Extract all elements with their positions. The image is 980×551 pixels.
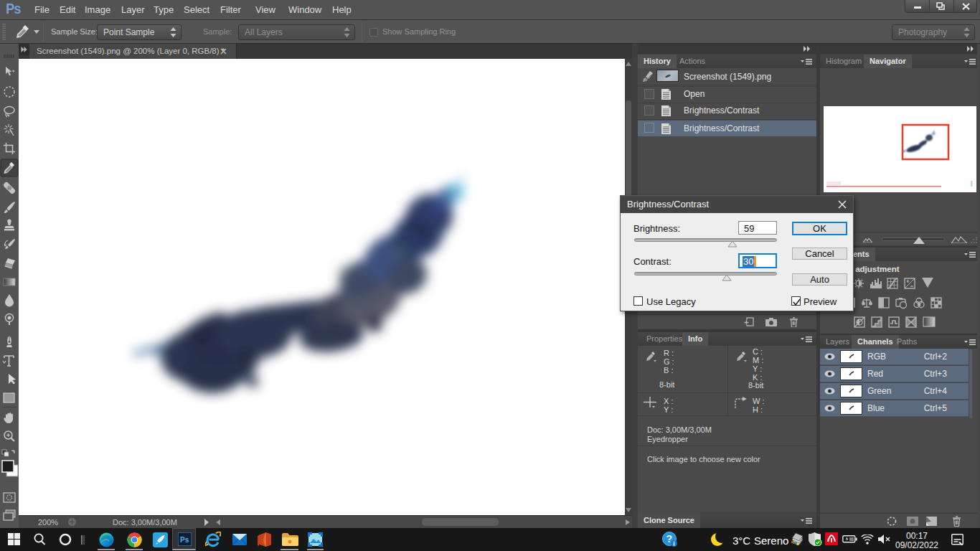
svg-text:Ps: Ps [180,536,189,544]
